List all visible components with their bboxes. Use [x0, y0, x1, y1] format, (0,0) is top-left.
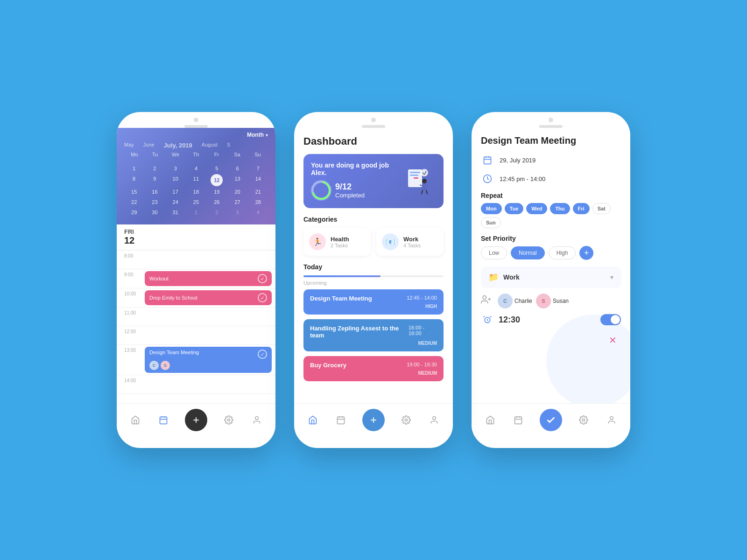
cal-day[interactable]: 27 [227, 197, 247, 207]
cal-day[interactable] [207, 159, 226, 163]
cal-day[interactable]: 16 [145, 187, 164, 196]
cal-day[interactable]: 23 [145, 197, 164, 207]
day-number-label: 12 [124, 235, 134, 245]
cal-day[interactable]: 9 [145, 174, 164, 186]
add-priority-button[interactable]: + [579, 246, 593, 260]
cal-day[interactable]: 24 [166, 197, 185, 207]
cal-day[interactable]: 3 [227, 208, 247, 217]
phone-calendar: Month ▾ May June July, 2019 August S MoT… [117, 112, 275, 448]
cal-day[interactable] [248, 159, 268, 163]
nav-profile-icon[interactable] [605, 413, 618, 427]
nav-settings-icon[interactable] [577, 413, 590, 427]
current-month[interactable]: July, 2019 [164, 142, 192, 149]
cal-day[interactable]: 11 [186, 174, 206, 186]
add-task-button[interactable]: + [362, 409, 385, 431]
cal-day[interactable]: 14 [248, 174, 268, 186]
today-section: Today Upcoming Design Team Meeting 12:45… [303, 263, 444, 381]
cal-day[interactable]: 7 [248, 164, 268, 173]
time-row-9: 9:00 Workout ✓ [117, 269, 275, 288]
day-fri[interactable]: Fri [573, 203, 590, 214]
avatar: S [161, 361, 170, 370]
cal-day[interactable]: 13 [227, 174, 247, 186]
cal-day[interactable]: 10 [166, 174, 185, 186]
cal-day[interactable]: 17 [166, 187, 185, 196]
folder-selector[interactable]: 📁 Work ▾ [481, 266, 621, 288]
nav-profile-icon[interactable] [250, 413, 263, 427]
day-sat[interactable]: Sat [592, 203, 611, 214]
category-work[interactable]: 📧 Work 4 Tasks [376, 228, 444, 256]
cal-day[interactable]: 21 [248, 187, 268, 196]
task-time: 16:00 - 18:00 [409, 325, 437, 336]
camera-dot [194, 118, 198, 122]
add-person-icon[interactable] [481, 294, 494, 308]
cal-day[interactable]: 18 [186, 187, 206, 196]
category-work-info: Work 4 Tasks [403, 236, 421, 248]
day-tue[interactable]: Tue [505, 203, 524, 214]
cal-day[interactable]: 25 [186, 197, 206, 207]
cal-day[interactable]: 2 [207, 208, 226, 217]
day-wed[interactable]: Wed [526, 203, 547, 214]
cal-day[interactable]: 2 [145, 164, 164, 173]
day-thu[interactable]: Thu [550, 203, 570, 214]
cal-day[interactable]: 8 [124, 174, 144, 186]
cal-day[interactable] [227, 159, 247, 163]
day-mon[interactable]: Mon [481, 203, 502, 214]
task-priority: HIGH [310, 304, 437, 309]
event-drop-emily[interactable]: Drop Emily to School ✓ [145, 290, 272, 305]
nav-settings-icon[interactable] [222, 413, 235, 427]
priority-high[interactable]: High [549, 246, 576, 259]
work-category-name: Work [403, 236, 421, 243]
cal-day[interactable]: 20 [227, 187, 247, 196]
alarm-toggle[interactable] [600, 314, 621, 325]
cal-day[interactable]: 30 [145, 208, 164, 217]
nav-calendar-icon[interactable] [334, 413, 347, 427]
month-selector-label[interactable]: Month [247, 132, 264, 138]
event-design-meeting[interactable]: Design Team Meeting ✓ C S [145, 347, 272, 373]
nav-home-icon[interactable] [129, 413, 142, 427]
nav-profile-icon[interactable] [428, 413, 441, 427]
cal-day[interactable] [186, 159, 206, 163]
cal-day[interactable] [166, 159, 185, 163]
cal-day[interactable]: 15 [124, 187, 144, 196]
next-month-1[interactable]: August [202, 142, 218, 149]
cal-day[interactable]: 31 [166, 208, 185, 217]
cal-day[interactable]: 28 [248, 197, 268, 207]
day-sun[interactable]: Sun [481, 217, 501, 228]
cal-day[interactable]: 6 [227, 164, 247, 173]
nav-settings-icon[interactable] [400, 413, 413, 427]
category-health[interactable]: 🏃 Health 2 Tasks [303, 228, 371, 256]
cal-day[interactable]: 1 [124, 164, 144, 173]
cal-day[interactable] [145, 159, 164, 163]
task-time: 19:00 - 19:30 [407, 362, 437, 367]
priority-low[interactable]: Low [481, 246, 507, 259]
cal-day[interactable]: 26 [207, 197, 226, 207]
cal-day[interactable] [124, 159, 144, 163]
task-design-meeting[interactable]: Design Team Meeting 12:45 - 14:00 HIGH [303, 289, 444, 315]
cal-day[interactable]: 19 [207, 187, 226, 196]
cal-day[interactable]: 4 [248, 208, 268, 217]
alarm-icon [481, 313, 494, 326]
nav-calendar-icon[interactable] [157, 413, 170, 427]
cal-day[interactable]: 29 [124, 208, 144, 217]
confirm-button[interactable] [540, 409, 562, 431]
priority-normal[interactable]: Normal [511, 246, 545, 259]
cal-day[interactable]: 1 [186, 208, 206, 217]
cal-day[interactable]: 4 [186, 164, 206, 173]
month-chevron-icon[interactable]: ▾ [266, 133, 268, 138]
task-handling-zepling[interactable]: Handling Zepling Assest to the team 16:0… [303, 319, 444, 351]
cal-day[interactable]: 3 [166, 164, 185, 173]
add-task-button[interactable]: + [185, 409, 207, 431]
nav-home-icon[interactable] [306, 413, 319, 427]
completed-label: Completed [335, 192, 365, 199]
svg-point-26 [433, 416, 436, 420]
event-workout[interactable]: Workout ✓ [145, 271, 272, 286]
prev-month-2[interactable]: May [124, 142, 134, 149]
cal-day-selected[interactable]: 12 [211, 174, 223, 186]
cal-day[interactable]: 5 [207, 164, 226, 173]
nav-calendar-icon[interactable] [512, 413, 525, 427]
next-month-2[interactable]: S [227, 142, 230, 149]
task-buy-grocery[interactable]: Buy Grocery 19:00 - 19:30 MEDIUM [303, 356, 444, 381]
nav-home-icon[interactable] [484, 413, 497, 427]
cal-day[interactable]: 22 [124, 197, 144, 207]
prev-month-1[interactable]: June [143, 142, 155, 149]
